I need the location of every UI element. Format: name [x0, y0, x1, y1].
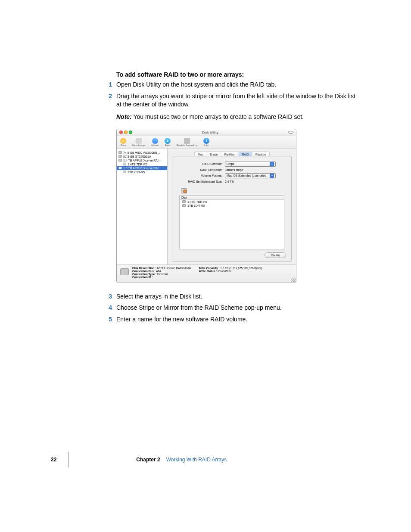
volume-icon [182, 200, 186, 203]
select-value: Stripe [227, 162, 234, 165]
chevron-down-icon: ▾ [270, 174, 274, 178]
minimize-icon[interactable] [124, 131, 128, 134]
desc-label: Disk Description : [132, 267, 156, 270]
sidebar-disk-selected[interactable]: 1.0 TB APPLE Xserve RAI… [117, 166, 167, 170]
volume-icon [123, 171, 126, 173]
ws-label: Write Status : [199, 270, 217, 273]
enable-journaling-button[interactable]: Enable Journaling [177, 138, 197, 146]
sidebar-label: 57.3 GB ST360021A [123, 155, 151, 158]
disk-icon [118, 155, 122, 158]
info-icon: i [203, 138, 209, 144]
disk-utility-window: Disk Utility Burn New Image Mount ▲Eject… [116, 129, 296, 283]
page-number: 22 [51, 457, 56, 463]
new-image-button[interactable]: New Image [132, 138, 145, 146]
create-button[interactable]: Create [265, 252, 286, 258]
disk-row-label: 1TB 7DR-R5 [187, 204, 205, 207]
sidebar-label: 1.0 TB APPLE Xserve RAI… [123, 167, 162, 170]
sidebar-disk[interactable]: 57.3 GB ST360021A [117, 155, 167, 159]
step-text: Select the arrays in the Disk list. [116, 292, 358, 301]
sidebar-label: 1.4TB 7DR-R5 [128, 163, 147, 166]
sidebar-disk[interactable]: 1.4 TB APPLE Xserve RAI… [117, 159, 167, 162]
sidebar-label: 74.5 GB WDC WD800BB… [123, 151, 160, 154]
toolbar: Burn New Image Mount ▲Eject Enable Journ… [117, 136, 296, 149]
bus-value: ATA [156, 270, 161, 273]
mount-icon [152, 138, 158, 144]
page-footer: 22 Chapter 2 Working With RAID Arrays [51, 452, 227, 467]
disk-row-label: 1.4TB 7DR-R5 [187, 200, 207, 203]
note-label: Note: [116, 113, 132, 120]
raid-set-name-input[interactable]: Jamie's stripe [225, 168, 284, 171]
ws-value: Read/Write [218, 270, 231, 273]
eject-button[interactable]: ▲Eject [165, 138, 171, 146]
format-label: Volume Format: [179, 174, 225, 177]
raid-panel: RAID Scheme: Stripe▾ RAID Set Name: Jami… [172, 156, 292, 262]
chapter-label: Chapter 2 [136, 457, 160, 463]
toolbar-label: Eject [165, 144, 170, 146]
window-title: Disk Utility [132, 131, 288, 134]
step-text: Open Disk Utility on the host system and… [116, 81, 358, 89]
sidebar-volume[interactable]: 1TB 7DR-R5 [117, 170, 167, 174]
step-number: 4 [107, 304, 112, 312]
name-label: RAID Set Name: [179, 168, 225, 171]
close-icon[interactable] [119, 131, 123, 134]
size-label: RAID Set Estimated Size: [179, 180, 225, 183]
step-4: 4 Choose Stripe or Mirror from the RAID … [116, 304, 358, 312]
volume-icon [182, 204, 186, 207]
burn-button[interactable]: Burn [120, 138, 126, 146]
raid-form: RAID Scheme: Stripe▾ RAID Set Name: Jami… [179, 162, 284, 185]
titlebar: Disk Utility [117, 129, 296, 136]
desc-value: APPLE Xserve RAID Media [157, 267, 191, 270]
bus-label: Connection Bus : [132, 270, 156, 273]
sidebar-label: 1TB 7DR-R5 [128, 171, 145, 174]
id-label: Connection ID : [132, 276, 153, 279]
new-volume-icon[interactable] [181, 188, 187, 193]
note: Note: You must use two or more arrays to… [116, 113, 358, 121]
scheme-label: RAID Scheme: [179, 162, 225, 165]
disk-list[interactable]: Disk 1.4TB 7DR-R5 1TB 7DR-R5 [179, 195, 284, 249]
raid-scheme-select[interactable]: Stripe▾ [225, 162, 276, 167]
sidebar-disk[interactable]: 74.5 GB WDC WD800BB… [117, 151, 167, 155]
step-5: 5 Enter a name for the new software RAID… [116, 315, 358, 324]
step-number: 2 [107, 92, 112, 109]
window-controls [119, 131, 132, 134]
disk-list-header: Disk [180, 196, 284, 200]
toolbar-label: New Image [132, 144, 145, 146]
toolbar-label: Info [204, 144, 209, 146]
disk-icon [120, 268, 129, 275]
burn-icon [120, 138, 126, 144]
note-text: You must use two or more arrays to creat… [132, 113, 304, 120]
zoom-icon[interactable] [129, 131, 132, 134]
type-value: External [157, 273, 168, 276]
disk-list-row[interactable]: 1TB 7DR-R5 [180, 204, 284, 208]
sidebar-volume[interactable]: 1.4TB 7DR-R5 [117, 162, 167, 166]
step-number: 5 [107, 315, 112, 324]
step-number: 3 [107, 292, 112, 301]
info-footer: Disk Description : APPLE Xserve RAID Med… [117, 264, 296, 283]
step-number: 1 [107, 81, 112, 89]
footer-separator [68, 452, 69, 467]
toolbar-label: Enable Journaling [177, 144, 197, 146]
volume-format-select[interactable]: Mac OS Extended (Journaled▾ [225, 173, 276, 178]
cap-value: 1.0 TB (1,111,675,109,376 Bytes) [220, 267, 262, 270]
resize-handle-icon[interactable] [291, 278, 296, 282]
step-text: Drag the arrays you want to stripe or mi… [116, 92, 358, 109]
step-text: Choose Stripe or Mirror from the RAID Sc… [116, 304, 358, 312]
new-image-icon [136, 138, 142, 144]
info-button[interactable]: iInfo [203, 138, 209, 146]
disk-icon [118, 151, 122, 154]
eject-icon: ▲ [165, 138, 171, 144]
mount-button[interactable]: Mount [151, 138, 159, 146]
journal-icon [184, 138, 190, 144]
step-text: Enter a name for the new software RAID v… [116, 315, 358, 324]
disk-icon [118, 159, 122, 162]
toolbar-toggle-icon[interactable] [288, 131, 293, 134]
type-label: Connection Type : [132, 273, 156, 276]
toolbar-label: Burn [121, 144, 126, 146]
chapter-title: Working With RAID Arrays [166, 457, 227, 463]
disk-sidebar[interactable]: 74.5 GB WDC WD800BB… 57.3 GB ST360021A 1… [117, 149, 168, 265]
step-2: 2 Drag the arrays you want to stripe or … [116, 92, 358, 109]
section-heading: To add software RAID to two or more arra… [116, 71, 358, 78]
toolbar-label: Mount [151, 144, 159, 146]
step-1: 1 Open Disk Utility on the host system a… [116, 81, 358, 89]
disk-list-row[interactable]: 1.4TB 7DR-R5 [180, 200, 284, 204]
